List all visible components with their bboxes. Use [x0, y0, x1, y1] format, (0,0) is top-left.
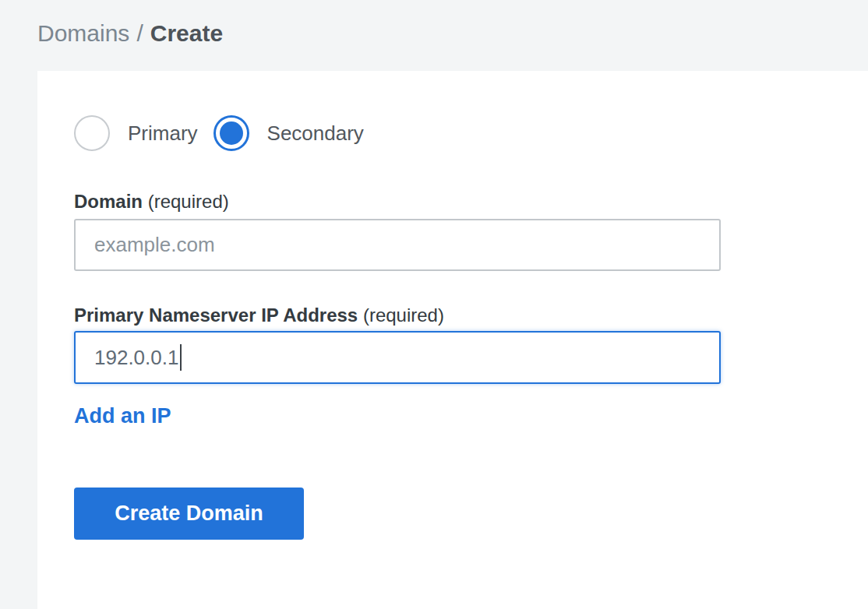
add-an-ip-link[interactable]: Add an IP: [74, 404, 171, 428]
radio-option-primary[interactable]: Primary: [74, 115, 198, 151]
breadcrumb-separator: /: [136, 20, 143, 46]
breadcrumb: Domains/Create: [37, 19, 868, 48]
page-title: Create: [150, 20, 223, 46]
ip-required-note: (required): [363, 304, 444, 326]
radio-primary-label: Primary: [128, 121, 198, 146]
primary-ns-ip-input[interactable]: 192.0.0.1: [74, 331, 721, 384]
ip-field-group: Primary Nameserver IP Address (required)…: [74, 305, 831, 384]
domain-input[interactable]: [74, 219, 721, 271]
create-domain-button[interactable]: Create Domain: [74, 488, 304, 540]
breadcrumb-domains-link[interactable]: Domains: [37, 20, 129, 46]
radio-secondary-label: Secondary: [267, 121, 364, 146]
ip-field-label: Primary Nameserver IP Address (required): [74, 305, 831, 326]
domain-field-label: Domain (required): [74, 192, 831, 212]
radio-dot: [220, 121, 243, 145]
radio-option-secondary[interactable]: Secondary: [213, 115, 364, 151]
domain-required-note: (required): [148, 191, 229, 212]
radio-unselected-icon[interactable]: [74, 115, 110, 151]
ip-label-text: Primary Nameserver IP Address: [74, 304, 358, 326]
radio-selected-icon[interactable]: [213, 115, 249, 151]
create-domain-card: Primary Secondary Domain (required) Prim…: [37, 71, 868, 609]
page-header: Domains/Create: [0, 0, 868, 71]
ip-input-value: 192.0.0.1: [94, 346, 178, 370]
domain-type-radio-group: Primary Secondary: [74, 115, 831, 151]
domain-field-group: Domain (required): [74, 192, 831, 271]
domain-label-text: Domain: [74, 191, 143, 212]
text-caret: [180, 344, 182, 371]
